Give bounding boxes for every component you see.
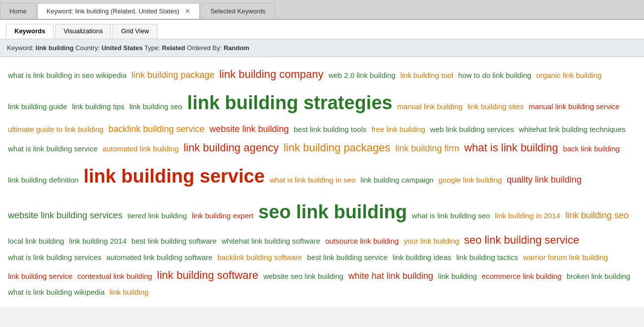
- tab-home[interactable]: Home: [0, 3, 36, 19]
- keyword-item[interactable]: broken link building: [567, 272, 630, 280]
- keyword-item[interactable]: link building tactics: [456, 253, 518, 262]
- keyword-item[interactable]: what is link building service: [8, 144, 98, 153]
- keyword-item[interactable]: link building software: [157, 269, 258, 281]
- keyword-item[interactable]: link building tool: [400, 71, 453, 79]
- keyword-item[interactable]: warrior forum link building: [523, 253, 608, 262]
- keyword-item[interactable]: link building firm: [395, 143, 459, 153]
- keyword-item[interactable]: organic link building: [536, 71, 602, 79]
- keyword-item[interactable]: link building in 2014: [495, 211, 560, 220]
- keyword-item[interactable]: manual link building service: [528, 102, 619, 111]
- keyword-item[interactable]: web 2.0 link building: [328, 71, 395, 79]
- keyword-item[interactable]: best link building tools: [294, 125, 367, 133]
- keyword-item[interactable]: seo link building: [258, 201, 407, 222]
- keyword-item[interactable]: website seo link building: [263, 272, 344, 280]
- keyword-item[interactable]: link building: [110, 288, 148, 296]
- keyword-item[interactable]: link building tips: [72, 102, 124, 111]
- keyword-item[interactable]: link building sites: [468, 102, 524, 111]
- close-icon[interactable]: ✕: [185, 7, 190, 15]
- keyword-item[interactable]: ultimate guide to link building: [8, 125, 104, 133]
- keyword-item[interactable]: link building 2014: [69, 237, 126, 245]
- keyword-item[interactable]: whitehat link building techniques: [519, 125, 626, 133]
- keyword-item[interactable]: google link building: [439, 176, 502, 184]
- keyword-item[interactable]: best link building service: [307, 253, 388, 262]
- keyword-item[interactable]: link building packages: [284, 141, 390, 154]
- tab-selected-keywords[interactable]: Selected Keywords: [201, 3, 275, 19]
- tab-bar: Home Keyword: link building (Related, Un…: [0, 0, 644, 20]
- keyword-item[interactable]: link building service: [84, 166, 265, 187]
- keyword-item[interactable]: what is link building wikipedia: [8, 288, 105, 296]
- keyword-item[interactable]: link building service: [8, 272, 72, 280]
- subtab-gridview[interactable]: Grid View: [113, 24, 157, 39]
- keyword-item[interactable]: free link building: [371, 125, 425, 133]
- keyword-cloud: what is link building in seo wikipedia l…: [0, 57, 644, 307]
- keyword-item[interactable]: link building company: [219, 68, 323, 80]
- keyword-item[interactable]: contextual link building: [77, 272, 152, 280]
- keyword-item[interactable]: whitehat link building software: [222, 237, 320, 245]
- keyword-item[interactable]: quality link building: [507, 175, 582, 185]
- tab-keyword[interactable]: Keyword: link building (Related, United …: [37, 3, 200, 19]
- keyword-item[interactable]: your link building: [404, 237, 459, 245]
- keyword-item[interactable]: how to do link building: [458, 71, 531, 79]
- keyword-item[interactable]: what is link building in seo wikipedia: [8, 71, 126, 79]
- keyword-item[interactable]: web link building services: [430, 125, 514, 133]
- keyword-item[interactable]: back link building: [563, 144, 620, 153]
- subtab-visualizations[interactable]: Visualizations: [55, 24, 111, 39]
- keyword-item[interactable]: link building strategies: [187, 92, 393, 113]
- keyword-item[interactable]: automated link building software: [106, 253, 212, 262]
- keyword-item[interactable]: link building ideas: [393, 253, 451, 262]
- keyword-item[interactable]: link building seo: [129, 102, 182, 111]
- keyword-item[interactable]: link building seo: [565, 210, 629, 220]
- keyword-item[interactable]: backlink building software: [218, 253, 302, 262]
- keyword-item[interactable]: link building expert: [192, 211, 253, 220]
- keyword-item[interactable]: local link building: [8, 237, 64, 245]
- keyword-item[interactable]: link building agency: [183, 141, 279, 154]
- keyword-item[interactable]: outsource link building: [325, 237, 399, 245]
- keyword-item[interactable]: best link building software: [131, 237, 217, 245]
- keyword-item[interactable]: link building package: [131, 70, 214, 80]
- keyword-item[interactable]: link building: [438, 272, 477, 280]
- keyword-item[interactable]: what is link building services: [8, 253, 101, 262]
- keyword-item[interactable]: link building definition: [8, 176, 79, 184]
- keyword-item[interactable]: link building guide: [8, 102, 67, 111]
- keyword-item[interactable]: manual link building: [397, 102, 463, 111]
- keyword-item[interactable]: ecommerce link building: [482, 272, 562, 280]
- keyword-item[interactable]: tiered link building: [127, 211, 187, 220]
- keyword-item[interactable]: website link building services: [8, 210, 122, 220]
- keyword-item[interactable]: what is link building seo: [412, 211, 490, 220]
- subtab-bar: Keywords Visualizations Grid View: [0, 20, 644, 39]
- keyword-item[interactable]: website link building: [210, 124, 289, 134]
- keyword-item[interactable]: white hat link building: [349, 271, 433, 281]
- keyword-item[interactable]: backlink building service: [109, 124, 205, 134]
- keyword-item[interactable]: link building campaign: [360, 176, 434, 184]
- keyword-item[interactable]: what is link building in seo: [270, 176, 355, 184]
- info-bar: Keyword: link building Country: United S…: [0, 39, 644, 57]
- keyword-item[interactable]: automated link building: [103, 144, 178, 153]
- keyword-item[interactable]: what is link building: [464, 141, 558, 154]
- subtab-keywords[interactable]: Keywords: [6, 24, 54, 39]
- keyword-item[interactable]: seo link building service: [464, 234, 579, 246]
